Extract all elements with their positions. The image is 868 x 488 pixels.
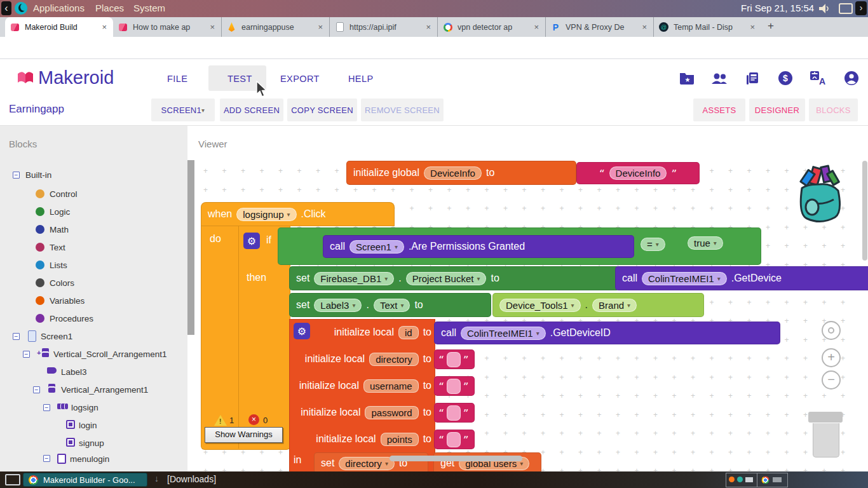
block-set-label-text[interactable]: set Label3 . Text to (289, 293, 491, 317)
tempmail-favicon: @ (659, 22, 668, 32)
zoom-in-icon[interactable]: + (822, 348, 841, 367)
block-initialize-global[interactable]: initialize global DeviceInfo to (346, 161, 576, 185)
local-name-field[interactable]: username (363, 379, 419, 393)
local-name-field[interactable]: id (398, 326, 419, 339)
browser-tab[interactable]: How to make ap × (113, 17, 221, 37)
close-icon[interactable]: × (532, 22, 540, 32)
display-icon[interactable] (839, 3, 853, 14)
google-favicon (443, 22, 452, 32)
tree-item-screen1[interactable]: Screen1 (0, 330, 187, 342)
viewer-vertical-scrollbar[interactable] (862, 161, 867, 261)
viewer-horizontal-scrollbar[interactable] (390, 456, 522, 461)
tree-item-label3[interactable]: Label3 (0, 365, 187, 378)
component-dropdown[interactable]: Firebase_DB1 (314, 272, 394, 285)
browser-tab[interactable]: Makeroid Build × (5, 17, 113, 37)
downloads-label[interactable]: [Downloads] (167, 474, 216, 484)
browser-tab[interactable]: @ Temp Mail - Disp × (653, 17, 761, 37)
menu-system[interactable]: System (133, 3, 165, 13)
component-dropdown[interactable]: ColinTreeIMEI1 (642, 272, 727, 285)
tree-item-vertical-arrangement1[interactable]: Vertical_Arrangement1 (0, 383, 187, 396)
block-set-firebase-bucket[interactable]: set Firebase_DB1 . Project Bucket to (289, 266, 620, 290)
string-field[interactable] (447, 352, 461, 367)
category-dot (36, 243, 44, 252)
global-name-field[interactable]: DeviceInfo (424, 166, 482, 180)
component-dropdown[interactable]: Label3 (314, 299, 362, 312)
browser-tab[interactable]: earningappuse × (221, 17, 329, 37)
zoom-out-icon[interactable]: − (822, 370, 841, 390)
tree-category-procedures[interactable]: Procedures (0, 312, 187, 325)
true-dropdown[interactable]: true (688, 236, 723, 250)
tree-item-vertical-scroll-arrangement1[interactable]: Vertical_Scroll_Arrangement1 (0, 348, 187, 360)
backpack-icon[interactable] (793, 164, 850, 226)
string-field[interactable]: DeviceInfo (609, 166, 667, 180)
warning-count: 1 (229, 416, 234, 425)
new-tab-button[interactable]: + (768, 20, 774, 32)
browser-tab[interactable]: vpn detector ap × (437, 17, 545, 37)
mutator-gear-icon[interactable]: ⚙ (243, 233, 260, 249)
blocks-panel-scrollbar[interactable] (187, 160, 194, 335)
block-when-click[interactable]: when logsignup .Click (201, 202, 395, 226)
block-get-device-brand[interactable]: Device_Tools1 . Brand (492, 293, 704, 317)
component-dropdown[interactable]: Screen1 (349, 240, 404, 254)
string-field[interactable] (447, 405, 461, 421)
taskbar-window-button[interactable]: Makeroid Builder - Goo... (23, 473, 147, 487)
tree-category-logic[interactable]: Logic (0, 205, 187, 218)
property-dropdown[interactable]: Text (374, 299, 410, 312)
tree-item-menulogin[interactable]: menulogin (0, 452, 187, 465)
local-name-field[interactable]: points (381, 433, 419, 446)
download-icon[interactable]: ↓ (154, 473, 159, 484)
tab-strip: Makeroid Build × How to make ap × earnin… (0, 17, 868, 37)
block-empty-string[interactable]: “” (434, 430, 475, 449)
close-icon[interactable]: × (208, 22, 216, 32)
browser-tab[interactable]: P VPN & Proxy De × (545, 17, 653, 37)
tree-category-variables[interactable]: Variables (0, 294, 187, 307)
property-dropdown[interactable]: Project Bucket (406, 272, 487, 285)
tree-category-text[interactable]: Text (0, 241, 187, 254)
volume-icon[interactable] (818, 3, 831, 14)
trash-can-icon[interactable] (813, 423, 839, 458)
component-dropdown[interactable]: logsignup (236, 208, 296, 221)
string-field[interactable] (447, 432, 461, 447)
close-icon[interactable]: × (641, 22, 648, 32)
tree-category-colors[interactable]: Colors (0, 276, 187, 289)
string-field[interactable] (447, 379, 461, 394)
tree-item-built-in[interactable]: Built-in (0, 168, 187, 181)
block-empty-string[interactable]: “” (434, 349, 475, 369)
close-icon[interactable]: × (316, 22, 324, 32)
menu-places[interactable]: Places (95, 3, 124, 13)
close-icon[interactable]: × (424, 22, 432, 32)
panel-expand-icon[interactable]: › (855, 1, 867, 15)
tree-item-logsign[interactable]: logsign (0, 401, 187, 414)
local-name-field[interactable]: password (365, 406, 418, 419)
block-call-getdevice[interactable]: call ColinTreeIMEI1 .GetDevice (615, 266, 868, 290)
clock[interactable]: Fri Sep 21, 15:54 (741, 3, 814, 13)
tree-category-lists[interactable]: Lists (0, 259, 187, 271)
show-desktop-icon[interactable] (5, 474, 20, 485)
variable-dropdown[interactable]: directory (339, 457, 395, 470)
center-blocks-icon[interactable] (822, 321, 841, 340)
show-warnings-button[interactable]: Show Warnings (205, 427, 283, 443)
property-dropdown[interactable]: Brand (592, 299, 637, 312)
trash-lid-icon[interactable] (808, 412, 843, 423)
block-call-getdeviceid[interactable]: call ColinTreeIMEI1 .GetDeviceID (434, 322, 780, 344)
operator-dropdown[interactable]: = (641, 238, 665, 251)
block-empty-string[interactable]: “” (434, 403, 475, 423)
tree-category-math[interactable]: Math (0, 223, 187, 236)
tree-item-signup[interactable]: signup (0, 437, 187, 449)
error-icon[interactable]: × (248, 414, 259, 425)
block-call-permissions[interactable]: call Screen1 .Are Permissions Granted (323, 235, 634, 258)
workspace-switcher[interactable] (726, 473, 788, 487)
distro-logo-icon[interactable] (15, 2, 27, 15)
close-icon[interactable]: × (100, 22, 108, 32)
panel-collapse-icon[interactable]: ‹ (1, 1, 11, 15)
menu-applications[interactable]: Applications (33, 3, 85, 13)
local-name-field[interactable]: directory (369, 353, 419, 366)
component-dropdown[interactable]: Device_Tools1 (499, 299, 581, 312)
tree-item-login[interactable]: login (0, 419, 187, 431)
tree-category-control[interactable]: Control (0, 187, 187, 200)
component-dropdown[interactable]: ColinTreeIMEI1 (461, 327, 546, 340)
close-icon[interactable]: × (749, 22, 756, 32)
block-empty-string[interactable]: “” (434, 376, 475, 396)
block-text-string[interactable]: “ DeviceInfo ” (576, 162, 700, 184)
browser-tab[interactable]: https://api.ipif × (329, 17, 437, 37)
